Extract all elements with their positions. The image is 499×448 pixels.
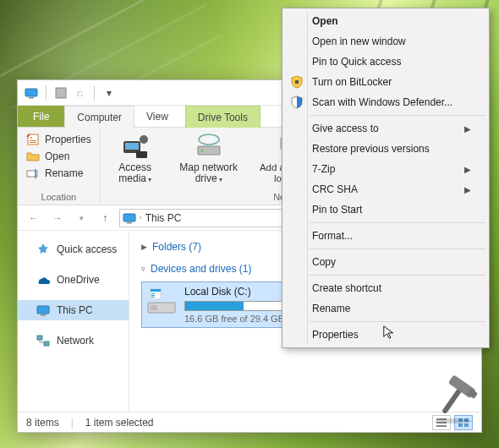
save-icon[interactable] bbox=[54, 86, 68, 100]
svg-point-14 bbox=[200, 150, 203, 152]
menu-copy[interactable]: Copy bbox=[285, 252, 486, 272]
menu-defender[interactable]: Scan with Windows Defender... bbox=[285, 92, 486, 112]
sidebar-item-network[interactable]: Network bbox=[18, 331, 129, 351]
svg-point-4 bbox=[30, 137, 32, 139]
recent-locations-button[interactable]: ▾ bbox=[72, 209, 90, 227]
ribbon-group-location: Properties Open Rename Location bbox=[18, 128, 101, 205]
open-label: Open bbox=[45, 150, 69, 162]
menu-restore-versions[interactable]: Restore previous versions bbox=[285, 139, 486, 159]
svg-rect-20 bbox=[127, 222, 132, 224]
svg-rect-21 bbox=[37, 306, 49, 314]
svg-rect-23 bbox=[37, 336, 42, 340]
chevron-down-icon: ▿ bbox=[141, 265, 145, 273]
menu-format[interactable]: Format... bbox=[285, 226, 486, 246]
sidebar-item-label: Network bbox=[57, 335, 94, 347]
chevron-right-icon: ▶ bbox=[141, 243, 147, 251]
svg-rect-12 bbox=[136, 151, 147, 158]
sidebar-item-label: OneDrive bbox=[57, 274, 100, 286]
defender-icon bbox=[290, 96, 304, 109]
svg-rect-2 bbox=[56, 88, 66, 98]
menu-pin-start[interactable]: Pin to Start bbox=[285, 199, 486, 220]
menu-properties[interactable]: Properties bbox=[285, 325, 486, 345]
quick-access-toolbar: ⎌ ▾ bbox=[18, 85, 123, 101]
map-network-drive-label: Map network drive▾ bbox=[175, 162, 243, 185]
tab-computer[interactable]: Computer bbox=[64, 106, 134, 128]
svg-rect-8 bbox=[35, 169, 36, 178]
svg-rect-29 bbox=[151, 293, 155, 294]
rename-label: Rename bbox=[45, 167, 83, 179]
menu-give-access[interactable]: Give access to▶ bbox=[285, 118, 486, 139]
svg-rect-28 bbox=[151, 289, 161, 292]
svg-rect-5 bbox=[30, 140, 36, 141]
sidebar-item-label: This PC bbox=[57, 304, 93, 316]
sidebar-item-quick-access[interactable]: Quick access bbox=[18, 239, 129, 260]
network-drive-icon bbox=[195, 133, 222, 160]
sidebar-item-this-pc[interactable]: This PC bbox=[18, 300, 129, 320]
group-devices-label: Devices and drives (1) bbox=[151, 263, 251, 275]
ribbon-group-location-label: Location bbox=[25, 192, 93, 205]
navigation-pane: Quick access OneDrive This PC Network bbox=[18, 231, 129, 412]
svg-rect-30 bbox=[151, 295, 155, 296]
group-folders-label: Folders (7) bbox=[152, 241, 201, 253]
menu-7zip[interactable]: 7-Zip▶ bbox=[285, 159, 486, 179]
properties-button[interactable]: Properties bbox=[25, 131, 93, 148]
menu-pin-quick-access[interactable]: Pin to Quick access bbox=[285, 52, 486, 72]
menu-create-shortcut[interactable]: Create shortcut bbox=[285, 278, 486, 298]
drive-icon bbox=[145, 286, 178, 318]
undo-icon[interactable]: ⎌ bbox=[73, 86, 86, 100]
svg-point-11 bbox=[140, 135, 148, 144]
svg-rect-6 bbox=[30, 142, 36, 143]
submenu-arrow-icon: ▶ bbox=[464, 185, 471, 194]
onedrive-icon bbox=[36, 273, 50, 287]
menu-rename[interactable]: Rename bbox=[285, 298, 486, 319]
pc-icon bbox=[123, 211, 136, 225]
menu-open[interactable]: Open bbox=[285, 11, 486, 31]
up-button[interactable]: ↑ bbox=[96, 209, 114, 227]
back-button[interactable]: ← bbox=[25, 209, 43, 227]
forward-button: → bbox=[48, 209, 67, 227]
map-network-drive-button[interactable]: Map network drive▾ bbox=[175, 131, 243, 185]
properties-icon bbox=[26, 133, 40, 146]
rename-icon bbox=[26, 167, 40, 180]
tab-file[interactable]: File bbox=[18, 106, 64, 127]
svg-rect-10 bbox=[125, 143, 139, 150]
star-icon bbox=[36, 243, 50, 256]
submenu-arrow-icon: ▶ bbox=[464, 165, 471, 174]
svg-rect-26 bbox=[151, 305, 157, 310]
status-selected: 1 item selected bbox=[85, 417, 154, 429]
customize-qat-icon[interactable]: ▾ bbox=[102, 86, 116, 100]
menu-crc-sha[interactable]: CRC SHA▶ bbox=[285, 179, 486, 199]
tab-drive-tools[interactable]: Drive Tools bbox=[185, 106, 260, 128]
open-button[interactable]: Open bbox=[25, 148, 71, 165]
svg-rect-1 bbox=[29, 97, 34, 99]
svg-rect-34 bbox=[436, 425, 447, 427]
svg-point-43 bbox=[435, 418, 472, 423]
svg-rect-22 bbox=[41, 314, 46, 316]
menu-open-new-window[interactable]: Open in new window bbox=[285, 31, 486, 52]
status-items: 8 items bbox=[26, 417, 59, 429]
breadcrumb[interactable]: This PC bbox=[145, 212, 182, 224]
status-bar: 8 items | 1 item selected bbox=[18, 412, 481, 432]
tab-view[interactable]: View bbox=[134, 106, 180, 127]
svg-rect-0 bbox=[25, 89, 37, 96]
hammer-watermark bbox=[428, 374, 479, 424]
properties-label: Properties bbox=[45, 134, 91, 145]
open-folder-icon bbox=[26, 150, 40, 163]
menu-bitlocker[interactable]: Turn on BitLocker bbox=[285, 72, 486, 92]
pc-icon bbox=[25, 86, 38, 100]
sidebar-item-onedrive[interactable]: OneDrive bbox=[18, 270, 129, 290]
svg-rect-39 bbox=[295, 80, 299, 84]
rename-button[interactable]: Rename bbox=[25, 165, 85, 182]
submenu-arrow-icon: ▶ bbox=[464, 124, 471, 134]
media-icon bbox=[122, 133, 149, 160]
shield-icon bbox=[290, 75, 304, 89]
network-icon bbox=[36, 334, 50, 347]
access-media-label: Access media▾ bbox=[107, 162, 163, 185]
pc-icon bbox=[36, 303, 50, 317]
access-media-button[interactable]: Access media▾ bbox=[107, 131, 163, 185]
sidebar-item-label: Quick access bbox=[57, 243, 117, 255]
svg-rect-31 bbox=[151, 297, 155, 298]
svg-rect-19 bbox=[123, 214, 135, 221]
svg-rect-3 bbox=[28, 134, 38, 145]
svg-point-15 bbox=[199, 134, 219, 145]
